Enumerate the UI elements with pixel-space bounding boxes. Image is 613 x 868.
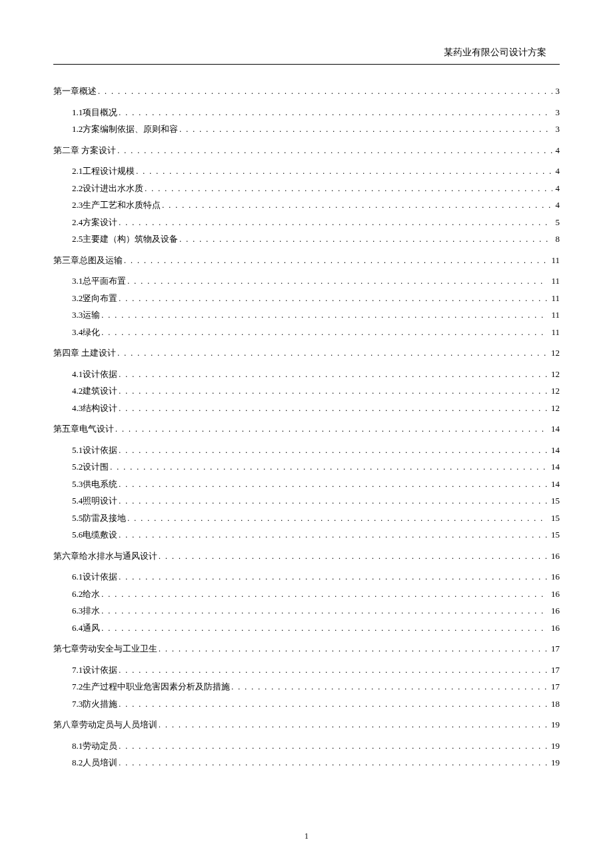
toc-title: 5.5防雷及接地 [72, 512, 126, 525]
toc-title: 3.4绿化 [72, 326, 100, 339]
toc-leader-dots [119, 478, 548, 490]
toc-entry[interactable]: 2.2设计进出水水质4 [72, 182, 560, 195]
toc-entry[interactable]: 2.1工程设计规模4 [72, 165, 560, 178]
toc-title: 第四章 土建设计 [53, 346, 116, 360]
toc-page-number: 4 [554, 182, 560, 195]
toc-title: 2.5主要建（构）筑物及设备 [72, 232, 178, 246]
toc-leader-dots [119, 495, 548, 507]
toc-entry[interactable]: 7.1设计依据17 [72, 663, 560, 677]
toc-leader-dots [119, 107, 552, 119]
toc-entry[interactable]: 4.2建筑设计12 [72, 384, 560, 398]
toc-title: 5.3供电系统 [72, 478, 117, 491]
toc-entry[interactable]: 第六章给水排水与通风设计16 [53, 550, 560, 563]
toc-title: 2.4方案设计 [72, 216, 117, 229]
toc-leader-dots [119, 444, 548, 456]
toc-entry[interactable]: 5.1设计依据14 [72, 444, 560, 457]
toc-entry[interactable]: 4.3结构设计12 [72, 402, 560, 415]
toc-page-number: 14 [549, 444, 560, 457]
toc-entry[interactable]: 第五章电气设计14 [53, 422, 560, 436]
toc-entry[interactable]: 第三章总图及运输11 [53, 254, 560, 267]
toc-page-number: 16 [549, 588, 560, 601]
toc-entry[interactable]: 1.1项目概况3 [72, 106, 560, 119]
toc-title: 1.1项目概况 [72, 106, 117, 119]
toc-title: 5.1设计依据 [72, 444, 117, 457]
toc-leader-dots [136, 165, 552, 177]
toc-leader-dots [127, 512, 548, 524]
toc-title: 第八章劳动定员与人员培训 [53, 718, 157, 731]
toc-entry[interactable]: 6.3排水16 [72, 604, 560, 618]
toc-page-number: 11 [549, 292, 560, 305]
toc-leader-dots [159, 643, 548, 655]
toc-entry[interactable]: 5.5防雷及接地15 [72, 512, 560, 525]
toc-page-number: 19 [549, 739, 560, 753]
toc-page-number: 16 [549, 622, 560, 635]
toc-entry[interactable]: 7.2生产过程中职业危害因素分析及防措施17 [72, 680, 560, 693]
toc-leader-dots [124, 254, 548, 266]
toc-title: 5.2设计围 [72, 460, 109, 474]
toc-entry[interactable]: 3.2竖向布置11 [72, 292, 560, 305]
toc-title: 7.3防火措施 [72, 697, 117, 711]
toc-leader-dots [179, 123, 552, 135]
toc-title: 第五章电气设计 [53, 422, 114, 436]
toc-page-number: 12 [549, 402, 560, 415]
toc-entry[interactable]: 6.2给水16 [72, 588, 560, 601]
toc-entry[interactable]: 5.6电缆敷设15 [72, 528, 560, 542]
toc-entry[interactable]: 第八章劳动定员与人员培训19 [53, 718, 560, 731]
toc-leader-dots [101, 605, 548, 617]
toc-leader-dots [119, 664, 548, 676]
toc-title: 6.2给水 [72, 588, 100, 601]
toc-title: 7.2生产过程中职业危害因素分析及防措施 [72, 680, 230, 693]
toc-page-number: 19 [549, 756, 560, 769]
toc-title: 2.1工程设计规模 [72, 165, 135, 178]
toc-entry[interactable]: 1.2方案编制依据、原则和容3 [72, 123, 560, 136]
toc-leader-dots [101, 588, 548, 600]
toc-entry[interactable]: 2.5主要建（构）筑物及设备8 [72, 232, 560, 246]
toc-title: 2.2设计进出水水质 [72, 182, 143, 195]
toc-title: 5.4照明设计 [72, 494, 117, 508]
toc-leader-dots [115, 423, 548, 435]
toc-title: 1.2方案编制依据、原则和容 [72, 123, 178, 136]
toc-leader-dots [119, 368, 548, 380]
toc-leader-dots [159, 719, 548, 731]
toc-page-number: 16 [549, 570, 560, 584]
toc-entry[interactable]: 5.2设计围14 [72, 460, 560, 474]
toc-title: 6.1设计依据 [72, 570, 117, 584]
toc-page-number: 4 [554, 199, 560, 212]
toc-title: 3.3运输 [72, 308, 100, 322]
toc-leader-dots [117, 145, 552, 157]
toc-entry[interactable]: 6.1设计依据16 [72, 570, 560, 584]
toc-leader-dots [119, 757, 548, 769]
toc-page-number: 18 [549, 697, 560, 711]
toc-entry[interactable]: 3.4绿化11 [72, 326, 560, 339]
toc-title: 3.2竖向布置 [72, 292, 117, 305]
toc-title: 4.2建筑设计 [72, 384, 117, 398]
toc-entry[interactable]: 第一章概述3 [53, 85, 560, 98]
toc-title: 第七章劳动安全与工业卫生 [53, 642, 157, 655]
toc-title: 第六章给水排水与通风设计 [53, 550, 157, 563]
toc-entry[interactable]: 第四章 土建设计12 [53, 346, 560, 360]
toc-title: 第二章 方案设计 [53, 144, 116, 157]
toc-leader-dots [98, 85, 552, 97]
toc-title: 3.1总平面布置 [72, 274, 126, 288]
toc-entry[interactable]: 2.3生产工艺和水质特点4 [72, 199, 560, 212]
toc-page-number: 3 [554, 85, 560, 98]
toc-entry[interactable]: 第七章劳动安全与工业卫生17 [53, 642, 560, 655]
toc-entry[interactable]: 2.4方案设计5 [72, 216, 560, 229]
toc-entry[interactable]: 5.3供电系统14 [72, 478, 560, 491]
toc-entry[interactable]: 3.3运输11 [72, 308, 560, 322]
toc-entry[interactable]: 3.1总平面布置11 [72, 274, 560, 288]
toc-leader-dots [119, 402, 548, 414]
toc-entry[interactable]: 8.2人员培训19 [72, 756, 560, 769]
toc-entry[interactable]: 5.4照明设计15 [72, 494, 560, 508]
toc-entry[interactable]: 8.1劳动定员19 [72, 739, 560, 753]
toc-page-number: 15 [549, 494, 560, 508]
toc-page-number: 19 [549, 718, 560, 731]
header-title: 某药业有限公司设计方案 [53, 47, 560, 59]
toc-entry[interactable]: 4.1设计依据12 [72, 368, 560, 381]
toc-entry[interactable]: 6.4通风16 [72, 622, 560, 635]
toc-entry[interactable]: 第二章 方案设计4 [53, 144, 560, 157]
toc-entry[interactable]: 7.3防火措施18 [72, 697, 560, 711]
header-divider [53, 64, 560, 65]
toc-page-number: 11 [549, 274, 560, 288]
toc-leader-dots [119, 698, 548, 710]
